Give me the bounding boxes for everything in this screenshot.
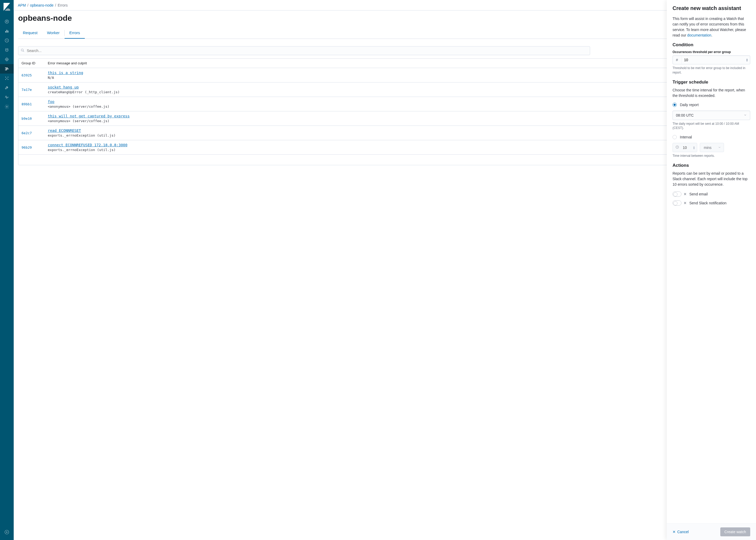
- tabs: Request Worker Errors: [18, 27, 752, 39]
- condition-heading: Condition: [673, 42, 750, 48]
- interval-value-box[interactable]: ▴▾: [673, 143, 697, 152]
- svg-point-18: [6, 106, 8, 107]
- trigger-heading: Trigger schedule: [673, 79, 750, 85]
- interval-unit-select[interactable]: mins: [700, 143, 724, 152]
- table-row: b9e10 this will not get captured by expr…: [18, 111, 751, 126]
- nav-management[interactable]: [0, 102, 14, 111]
- nav-timelion[interactable]: [0, 45, 14, 55]
- create-watch-button[interactable]: Create watch: [720, 527, 750, 536]
- interval-help: Time interval between reports.: [673, 154, 750, 158]
- group-id-link[interactable]: 89bb1: [22, 102, 32, 106]
- watch-assistant-flyout: Create new watch assistant This form wil…: [667, 0, 756, 540]
- breadcrumb-sep: /: [27, 3, 28, 7]
- svg-point-6: [6, 50, 7, 50]
- email-switch-label: Send email: [689, 192, 708, 196]
- error-message-link[interactable]: this is a string: [48, 70, 724, 75]
- group-id-link[interactable]: 6e2c7: [22, 131, 32, 135]
- svg-rect-1: [5, 31, 6, 33]
- close-icon: ✕: [673, 530, 676, 534]
- error-culprit: N/A: [48, 75, 54, 79]
- nav-visualize[interactable]: [0, 26, 14, 36]
- nav-monitoring[interactable]: [0, 92, 14, 102]
- email-switch[interactable]: [673, 192, 682, 197]
- tab-request[interactable]: Request: [18, 27, 42, 39]
- col-header-groupid[interactable]: Group ID: [22, 61, 48, 65]
- error-culprit: <anonymous> (server/coffee.js): [48, 119, 109, 123]
- radio-daily[interactable]: [673, 103, 677, 107]
- daily-report-radio-row[interactable]: Daily report: [673, 103, 750, 107]
- svg-rect-3: [8, 31, 8, 33]
- kibana-logo[interactable]: [0, 0, 14, 14]
- interval-unit-value: mins: [700, 143, 715, 152]
- close-icon: ✕: [684, 192, 687, 196]
- nav-discover[interactable]: [0, 17, 14, 26]
- slack-switch[interactable]: [673, 201, 682, 205]
- error-message-link[interactable]: read ECONNRESET: [48, 128, 724, 133]
- svg-point-5: [6, 49, 8, 52]
- group-id-link[interactable]: 96b29: [22, 146, 32, 149]
- svg-rect-11: [6, 68, 9, 69]
- nav-sidebar: [0, 0, 14, 540]
- nav-canvas[interactable]: [0, 55, 14, 64]
- tab-errors[interactable]: Errors: [64, 27, 85, 39]
- flyout-title: Create new watch assistant: [673, 5, 750, 11]
- nav-devtools[interactable]: [0, 83, 14, 92]
- breadcrumb: APM / opbeans-node / Errors AP: [14, 0, 756, 11]
- close-icon: ✕: [684, 201, 687, 205]
- interval-radio-row[interactable]: Interval: [673, 135, 750, 139]
- chevron-down-icon: [715, 143, 724, 152]
- group-id-link[interactable]: 63925: [22, 73, 32, 77]
- interval-value-input[interactable]: [682, 143, 691, 152]
- threshold-input-group: # ▴▾: [673, 56, 750, 65]
- email-switch-row[interactable]: ✕ Send email: [673, 192, 750, 197]
- slack-switch-label: Send Slack notification: [689, 201, 727, 205]
- svg-rect-2: [7, 30, 7, 33]
- table-footer: [18, 154, 751, 165]
- error-culprit: exports._errnoException (util.js): [48, 133, 116, 137]
- cancel-button[interactable]: ✕ Cancel: [673, 530, 689, 534]
- svg-point-20: [21, 49, 23, 51]
- actions-desc: Reports can be sent by email or posted t…: [673, 171, 750, 187]
- interval-label: Interval: [680, 135, 692, 139]
- errors-table: Group ID Error message and culprit 63925…: [18, 58, 752, 165]
- error-culprit: exports._errnoException (util.js): [48, 148, 116, 152]
- clock-icon: [673, 143, 682, 152]
- tab-worker[interactable]: Worker: [42, 27, 64, 39]
- breadcrumb-service[interactable]: opbeans-node: [30, 3, 54, 7]
- breadcrumb-root[interactable]: APM: [18, 3, 26, 7]
- slack-switch-row[interactable]: ✕ Send Slack notification: [673, 201, 750, 205]
- daily-report-label: Daily report: [680, 103, 699, 107]
- svg-point-13: [5, 77, 6, 77]
- error-message-link[interactable]: this will not get captured by express: [48, 114, 724, 118]
- nav-dashboard[interactable]: [0, 36, 14, 45]
- radio-interval[interactable]: [673, 135, 677, 139]
- svg-point-0: [5, 20, 9, 23]
- table-row: 89bb1 foo <anonymous> (server/coffee.js): [18, 97, 751, 111]
- number-stepper-icon[interactable]: ▴▾: [691, 146, 697, 149]
- group-id-link[interactable]: b9e10: [22, 117, 32, 121]
- daily-time-value: 08:00 UTC: [676, 113, 694, 117]
- flyout-intro: This form will assist in creating a Watc…: [673, 16, 750, 38]
- error-message-link[interactable]: foo: [48, 99, 724, 104]
- daily-time-select[interactable]: 08:00 UTC: [673, 111, 750, 120]
- table-row: 96b29 connect ECONNREFUSED 172.18.0.8:30…: [18, 140, 751, 154]
- group-id-link[interactable]: 7a17e: [22, 88, 32, 92]
- number-stepper-icon[interactable]: ▴▾: [744, 58, 750, 62]
- nav-ml[interactable]: [0, 73, 14, 83]
- table-row: 63925 this is a string N/A: [18, 68, 751, 82]
- error-message-link[interactable]: socket hang up: [48, 85, 724, 89]
- flyout-footer: ✕ Cancel Create watch: [667, 523, 756, 540]
- table-header: Group ID Error message and culprit: [18, 59, 751, 68]
- search-input[interactable]: [18, 46, 590, 55]
- nav-collapse[interactable]: [0, 527, 14, 537]
- threshold-input[interactable]: [682, 56, 744, 64]
- search-icon: [21, 49, 24, 53]
- documentation-link[interactable]: documentation: [687, 33, 711, 37]
- col-header-message[interactable]: Error message and culprit: [48, 61, 724, 65]
- error-message-link[interactable]: connect ECONNREFUSED 172.18.0.8:3000: [48, 143, 724, 147]
- threshold-help: Threshold to be met for error group to b…: [673, 66, 750, 75]
- svg-rect-12: [5, 69, 7, 70]
- svg-point-16: [8, 79, 8, 80]
- nav-apm[interactable]: [0, 64, 14, 73]
- svg-point-17: [7, 78, 7, 79]
